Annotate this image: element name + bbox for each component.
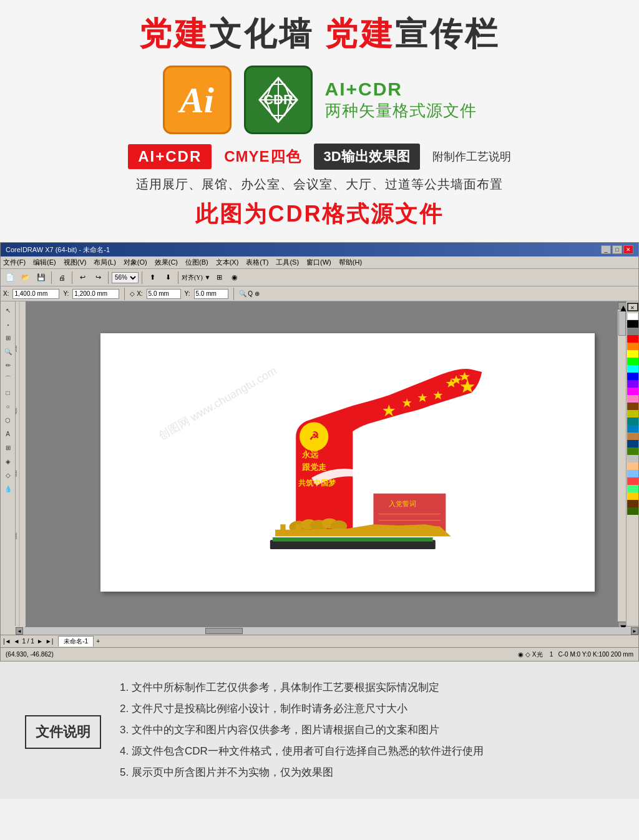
color-brown[interactable] (627, 403, 638, 410)
sep3 (108, 271, 109, 284)
coord-input-y[interactable]: 5.0 mm (194, 289, 228, 299)
size-input-h[interactable]: 1,200.0 mm (72, 289, 119, 299)
scroll-up-btn[interactable]: ▲ (618, 302, 626, 310)
color-darkbrown[interactable] (627, 500, 638, 507)
tb-open[interactable]: 📂 (19, 271, 32, 285)
minimize-btn[interactable]: _ (601, 245, 611, 254)
color-red[interactable] (627, 335, 638, 343)
color-lightred[interactable] (627, 477, 638, 485)
scroll-right-btn[interactable]: ► (631, 627, 638, 635)
color-skyblue[interactable] (627, 470, 638, 477)
tb-export[interactable]: ⬇ (161, 271, 175, 285)
tool-poly[interactable]: ⬡ (2, 414, 14, 426)
tool-interactive[interactable]: ◇ (2, 469, 14, 481)
scrollbar-v[interactable]: ▲ ▼ (617, 302, 626, 629)
color-pink[interactable] (627, 395, 638, 403)
color-darkgreen[interactable] (627, 447, 638, 455)
menu-table[interactable]: 表格(T) (246, 258, 268, 267)
color-peach[interactable] (627, 462, 638, 470)
canvas-row: 200 400 600 800 创图网 www.chuangtu.com (16, 302, 626, 629)
canvas-area: 0 200 400 600 800 1000 1200 1400 (16, 301, 626, 626)
add-page-btn[interactable]: + (96, 638, 100, 645)
scroll-left-btn[interactable]: ◄ (16, 627, 23, 635)
menu-layout[interactable]: 布局(L) (94, 258, 115, 267)
tool-rect[interactable]: □ (2, 386, 14, 399)
badge-cmyk: CMYE四色 (224, 147, 301, 167)
sep5 (178, 271, 178, 284)
tool-crop[interactable]: ⊞ (2, 331, 14, 344)
close-btn[interactable]: ✕ (623, 245, 633, 254)
menu-edit[interactable]: 编辑(E) (33, 258, 56, 267)
tb-redo[interactable]: ↪ (91, 271, 105, 285)
zoom-select[interactable]: 56% (112, 272, 139, 283)
tb-undo[interactable]: ↩ (76, 271, 89, 285)
svg-text:跟党走: 跟党走 (302, 462, 326, 472)
cdr-window: CoreIDRAW X7 (64-bit) - 未命名-1 _ □ ✕ 文件(F… (0, 242, 639, 662)
tool-zoom[interactable]: 🔍 (2, 345, 14, 358)
menu-help[interactable]: 帮助(H) (339, 258, 362, 267)
page-tab-1[interactable]: 未命名-1 (58, 636, 94, 647)
tool-text[interactable]: A (2, 427, 14, 440)
tool-fill[interactable]: ◈ (2, 455, 14, 467)
color-cyan[interactable] (627, 365, 638, 373)
menu-object[interactable]: 对象(O) (124, 258, 147, 267)
color-forestgreen[interactable] (627, 507, 638, 515)
menu-text[interactable]: 文本(X) (216, 258, 239, 267)
color-blue[interactable] (627, 373, 638, 380)
svg-text:☭: ☭ (309, 430, 319, 442)
color-tan[interactable] (627, 432, 638, 440)
tb-snap[interactable]: ⊞ (212, 271, 226, 285)
note-item-4: 4. 源文件包含CDR一种文件格式，使用者可自行选择自己熟悉的软件进行使用 (120, 741, 614, 762)
color-mint[interactable] (627, 485, 638, 492)
tool-ellipse[interactable]: ○ (2, 400, 14, 413)
tool-freehand[interactable]: ✏ (2, 359, 14, 371)
badge-ai-cdr: AI+CDR (128, 144, 212, 169)
tool-eyedrop[interactable]: 💧 (2, 482, 14, 495)
color-yellow[interactable] (627, 350, 638, 358)
canvas-main[interactable]: 创图网 www.chuangtu.com (26, 302, 626, 629)
color-lightblue[interactable] (627, 425, 638, 432)
scroll-thumb[interactable] (618, 311, 626, 336)
color-purple[interactable] (627, 380, 638, 388)
page-nav-first[interactable]: |◄ (3, 638, 11, 645)
tb-view[interactable]: ◉ (228, 271, 241, 285)
cdr-titlebar-text: CoreIDRAW X7 (64-bit) - 未命名-1 (6, 245, 110, 255)
color-teal[interactable] (627, 418, 638, 425)
menu-tools[interactable]: 工具(S) (276, 258, 299, 267)
badge-3d: 3D输出效果图 (314, 144, 420, 170)
scrollbar-h[interactable]: ◄ ► (16, 626, 638, 635)
tb-new[interactable]: 📄 (3, 271, 17, 285)
color-gray[interactable] (627, 328, 638, 335)
tool-node[interactable]: ⬩ (2, 318, 14, 330)
menu-window[interactable]: 窗口(W) (306, 258, 331, 267)
coord-input-x[interactable]: 5.0 mm (147, 289, 181, 299)
no-fill-swatch[interactable]: ✕ (627, 303, 638, 311)
color-white[interactable] (627, 313, 638, 320)
color-silver[interactable] (627, 455, 638, 462)
color-black[interactable] (627, 320, 638, 328)
size-input-w[interactable]: 1,400.0 mm (12, 289, 59, 299)
page-nav-next[interactable]: ► (37, 638, 43, 645)
color-gold[interactable] (627, 492, 638, 500)
tool-table[interactable]: ⊞ (2, 441, 14, 454)
page-nav-last[interactable]: ►| (46, 638, 54, 645)
sep2 (72, 271, 72, 284)
menu-file[interactable]: 文件(F) (3, 258, 26, 267)
tb-import[interactable]: ⬆ (145, 271, 159, 285)
color-navy[interactable] (627, 440, 638, 447)
menu-view[interactable]: 视图(V) (64, 258, 87, 267)
menu-effects[interactable]: 效果(C) (155, 258, 178, 267)
page-nav-prev[interactable]: ◄ (14, 638, 20, 645)
color-magenta[interactable] (627, 388, 638, 395)
tool-select[interactable]: ↖ (2, 304, 14, 316)
badge-row: AI+CDR CMYE四色 3D输出效果图 附制作工艺说明 (25, 144, 614, 170)
color-green[interactable] (627, 358, 638, 365)
color-orange[interactable] (627, 343, 638, 350)
maximize-btn[interactable]: □ (612, 245, 622, 254)
color-olive[interactable] (627, 410, 638, 418)
h-scroll-thumb[interactable] (205, 628, 243, 634)
menu-bitmap[interactable]: 位图(B) (185, 258, 208, 267)
tb-save[interactable]: 💾 (34, 271, 48, 285)
tb-print[interactable]: 🖨 (55, 271, 69, 285)
tool-smartdraw[interactable]: ⌒ (2, 373, 14, 385)
